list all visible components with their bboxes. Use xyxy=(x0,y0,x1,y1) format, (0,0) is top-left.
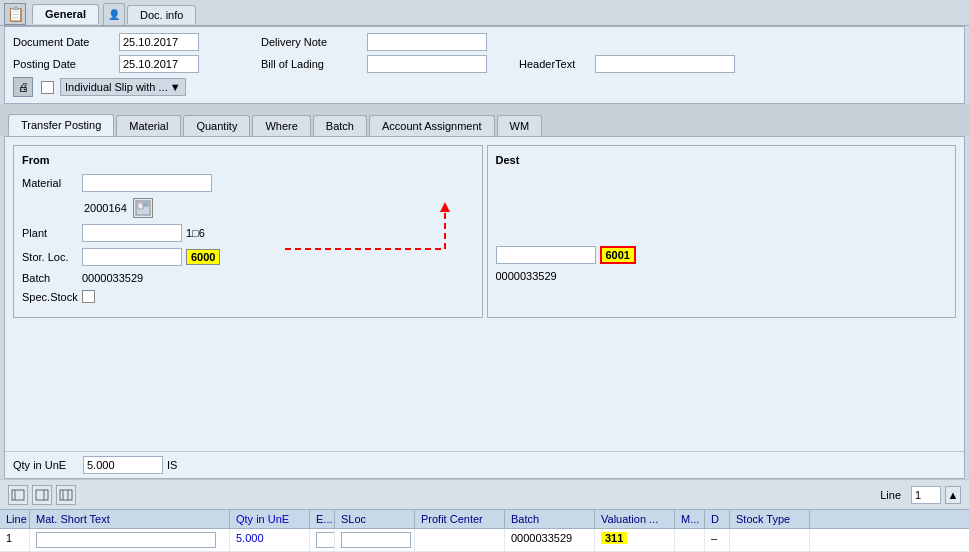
doc-date-input[interactable] xyxy=(119,33,199,51)
col-header-stock: Stock Type xyxy=(730,510,810,528)
tab-material[interactable]: Material xyxy=(116,115,181,136)
bill-of-lading-label: Bill of Lading xyxy=(261,58,351,70)
material-number-row: 2000164 xyxy=(22,198,474,218)
col-header-profit: Profit Center xyxy=(415,510,505,528)
bill-of-lading-input[interactable] xyxy=(367,55,487,73)
spec-stock-checkbox[interactable] xyxy=(82,290,95,303)
doc-date-label: Document Date xyxy=(13,36,103,48)
print-icon[interactable]: 🖨 xyxy=(13,77,33,97)
stor-loc-input-dest[interactable] xyxy=(496,246,596,264)
stor-loc-label-from: Stor. Loc. xyxy=(22,251,82,263)
tab-general[interactable]: General xyxy=(32,4,99,24)
stor-loc-highlight-dest: 6001 xyxy=(600,246,636,264)
row1-sloc-input[interactable] xyxy=(341,532,411,548)
dest-panel: Dest 6001 0000033529 xyxy=(487,145,957,318)
content-area: From Material 2000164 xyxy=(4,136,965,479)
individual-slip-checkbox[interactable] xyxy=(41,81,54,94)
row1-d: – xyxy=(705,529,730,551)
row1-qty: 5.000 xyxy=(230,529,310,551)
row1-line: 1 xyxy=(0,529,30,551)
qty-input[interactable] xyxy=(83,456,163,474)
tab-account-assignment[interactable]: Account Assignment xyxy=(369,115,495,136)
line-first-icon[interactable] xyxy=(8,485,28,505)
row1-batch: 0000033529 xyxy=(505,529,595,551)
posting-date-input[interactable] xyxy=(119,55,199,73)
svg-rect-1 xyxy=(138,203,143,209)
app-icon: 📋 xyxy=(4,3,26,25)
line-second-icon[interactable] xyxy=(32,485,52,505)
row1-mat-input[interactable] xyxy=(36,532,216,548)
row1-profit xyxy=(415,529,505,551)
material-input[interactable] xyxy=(82,174,212,192)
svg-rect-2 xyxy=(144,203,148,206)
batch-label-from: Batch xyxy=(22,272,82,284)
delivery-note-label: Delivery Note xyxy=(261,36,351,48)
batch-value-from: 0000033529 xyxy=(82,272,143,284)
table-row: 1 5.000 0000033529 311 – xyxy=(0,529,969,552)
dest-batch-value: 0000033529 xyxy=(496,268,557,284)
panels-wrapper: From Material 2000164 xyxy=(5,137,964,326)
header-text-input[interactable] xyxy=(595,55,735,73)
plant-row: Plant 1□6 xyxy=(22,224,474,242)
col-header-batch: Batch xyxy=(505,510,595,528)
col-header-m: M... xyxy=(675,510,705,528)
tab-transfer-posting[interactable]: Transfer Posting xyxy=(8,114,114,136)
qty-label: Qty in UnE xyxy=(13,459,83,471)
col-header-e: E... xyxy=(310,510,335,528)
spec-stock-label: Spec.Stock xyxy=(22,291,82,303)
stor-loc-row-from: Stor. Loc. 6000 xyxy=(22,248,474,266)
line-step-up-btn[interactable]: ▲ xyxy=(945,486,961,504)
line-third-icon[interactable] xyxy=(56,485,76,505)
posting-date-label: Posting Date xyxy=(13,58,103,70)
row1-mat-text xyxy=(30,529,230,551)
main-container: 📋 General 👤 Doc. info Document Date Deli… xyxy=(0,0,969,552)
valuation-highlight: 311 xyxy=(601,532,627,544)
from-panel: From Material 2000164 xyxy=(13,145,483,318)
row1-valuation: 311 xyxy=(595,529,675,551)
plant-extra: 1□6 xyxy=(186,227,205,239)
stor-loc-input-from[interactable] xyxy=(82,248,182,266)
material-number: 2000164 xyxy=(84,202,127,214)
row1-e-input[interactable] xyxy=(316,532,335,548)
svg-rect-10 xyxy=(60,490,72,500)
material-row: Material xyxy=(22,174,474,192)
line-number-input[interactable] xyxy=(911,486,941,504)
col-header-sloc: SLoc xyxy=(335,510,415,528)
sub-tabs-bar: Transfer Posting Material Quantity Where… xyxy=(0,104,969,136)
qty-row: Qty in UnE IS xyxy=(5,451,964,478)
dropdown-arrow-icon: ▼ xyxy=(170,81,181,93)
row1-stock xyxy=(730,529,810,551)
tab-quantity[interactable]: Quantity xyxy=(183,115,250,136)
row1-m xyxy=(675,529,705,551)
individual-slip-label: Individual Slip with ... xyxy=(65,81,168,93)
tab-person-icon[interactable]: 👤 xyxy=(103,3,125,25)
row1-e xyxy=(310,529,335,551)
panels-overlay: From Material 2000164 xyxy=(5,137,964,451)
material-label: Material xyxy=(22,177,82,189)
tab-where[interactable]: Where xyxy=(252,115,310,136)
individual-slip-dropdown[interactable]: Individual Slip with ... ▼ xyxy=(60,78,186,96)
dest-batch-row: 0000033529 xyxy=(496,270,948,282)
from-title: From xyxy=(22,154,474,166)
col-header-valuation: Valuation ... xyxy=(595,510,675,528)
col-header-mat-text: Mat. Short Text xyxy=(30,510,230,528)
svg-rect-6 xyxy=(12,490,24,500)
line-toolbar: Line ▲ xyxy=(0,479,969,509)
dest-title: Dest xyxy=(496,154,948,166)
tab-doc-info[interactable]: Doc. info xyxy=(127,5,196,24)
col-header-line: Line xyxy=(0,510,30,528)
plant-input[interactable] xyxy=(82,224,182,242)
qty-unit: IS xyxy=(167,459,177,471)
table-header: Line Mat. Short Text Qty in UnE E... SLo… xyxy=(0,510,969,529)
line-label: Line xyxy=(880,489,901,501)
col-header-d: D xyxy=(705,510,730,528)
col-header-qty: Qty in UnE xyxy=(230,510,310,528)
plant-label: Plant xyxy=(22,227,82,239)
stor-loc-highlight-from: 6000 xyxy=(186,249,220,265)
header-section: Document Date Delivery Note Posting Date… xyxy=(4,26,965,104)
tab-batch[interactable]: Batch xyxy=(313,115,367,136)
tab-wm[interactable]: WM xyxy=(497,115,543,136)
row1-sloc xyxy=(335,529,415,551)
material-search-icon[interactable] xyxy=(133,198,153,218)
delivery-note-input[interactable] xyxy=(367,33,487,51)
